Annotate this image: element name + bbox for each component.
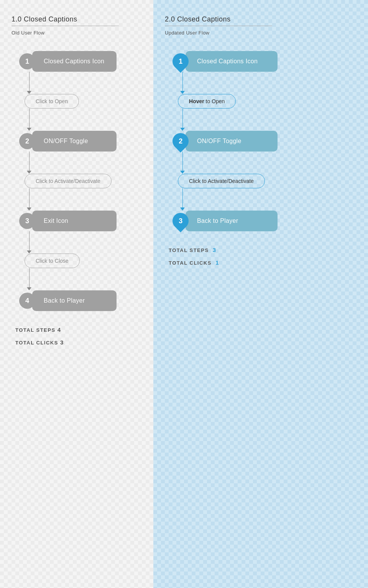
left-line-3a — [29, 231, 30, 250]
left-box-1-label: Closed Captions Icon — [44, 58, 104, 64]
left-line-1b — [29, 109, 30, 128]
right-arrow-2a — [180, 171, 185, 174]
left-arrow-3a — [27, 250, 31, 254]
right-box-2-label: ON/OFF Toggle — [197, 138, 242, 144]
right-action-pill-1: Hover to Open — [178, 94, 236, 109]
right-box-1: Closed Captions Icon — [186, 51, 278, 72]
right-connector-2a — [180, 152, 185, 174]
left-title: 1.0 Closed Captions — [12, 15, 142, 23]
left-box-3-label: Exit Icon — [44, 217, 68, 224]
left-action-2-wrapper: Click to Activate/Deactivate — [25, 174, 112, 188]
right-total-clicks: TOTAL CLICKS 1 — [169, 259, 356, 266]
right-action-2-wrapper: Click to Activate/Deactivate — [178, 174, 265, 188]
left-flow: 1 Closed Captions Icon Click to Open 2 O… — [19, 51, 142, 311]
left-action-pill-3: Click to Close — [25, 254, 80, 268]
left-action-3-wrapper: Click to Close — [25, 254, 80, 268]
right-arrow-1a — [180, 91, 185, 94]
right-step-1: 1 Closed Captions Icon — [172, 51, 278, 72]
right-divider — [165, 26, 272, 26]
right-line-2b — [182, 188, 183, 208]
right-stats: TOTAL STEPS 3 TOTAL CLICKS 1 — [169, 247, 356, 266]
left-total-clicks: TOTAL CLICKS 3 — [15, 339, 142, 346]
right-title: 2.0 Closed Captions — [165, 15, 356, 23]
right-arrow-1b — [180, 128, 185, 131]
right-box-1-label: Closed Captions Icon — [197, 58, 258, 64]
right-box-3: Back to Player — [186, 211, 278, 231]
right-step-3: 3 Back to Player — [172, 211, 278, 231]
left-line-3b — [29, 268, 30, 287]
left-step-4: 4 Back to Player — [19, 290, 117, 311]
right-line-1a — [182, 72, 183, 91]
left-line-2b — [29, 188, 30, 208]
hover-rest: to Open — [204, 98, 225, 104]
right-box-3-label: Back to Player — [197, 217, 238, 224]
left-connector-1a — [27, 72, 31, 94]
left-connector-1b — [27, 109, 31, 131]
left-action-pill-1: Click to Open — [25, 94, 79, 109]
right-action-1-wrapper: Hover to Open — [178, 94, 236, 109]
left-box-2: ON/OFF Toggle — [32, 131, 117, 152]
left-arrow-1b — [27, 128, 31, 131]
left-box-4: Back to Player — [32, 290, 117, 311]
left-subtitle: Old User Flow — [12, 30, 142, 36]
left-connector-2b — [27, 188, 31, 211]
left-badge-1: 1 — [19, 53, 35, 69]
left-action-1-wrapper: Click to Open — [25, 94, 79, 109]
left-arrow-2a — [27, 171, 31, 174]
left-box-4-label: Back to Player — [44, 297, 85, 304]
right-connector-1a — [180, 72, 185, 94]
right-column: 2.0 Closed Captions Updated User Flow 1 … — [153, 0, 368, 588]
left-column: 1.0 Closed Captions Old User Flow 1 Clos… — [0, 0, 153, 588]
left-step-1: 1 Closed Captions Icon — [19, 51, 117, 72]
left-connector-3a — [27, 231, 31, 254]
left-action-pill-2: Click to Activate/Deactivate — [25, 174, 112, 188]
left-connector-3b — [27, 268, 31, 290]
right-connector-1b — [180, 109, 185, 131]
left-badge-4: 4 — [19, 293, 35, 309]
left-box-2-label: ON/OFF Toggle — [44, 138, 88, 144]
right-arrow-2b — [180, 208, 185, 211]
right-total-steps: TOTAL STEPS 3 — [169, 247, 356, 253]
right-subtitle: Updated User Flow — [165, 30, 356, 36]
left-box-1: Closed Captions Icon — [32, 51, 117, 72]
left-step-2: 2 ON/OFF Toggle — [19, 131, 117, 152]
right-flow: 1 Closed Captions Icon Hover to Open 2 — [172, 51, 356, 231]
right-step-2: 2 ON/OFF Toggle — [172, 131, 278, 152]
right-line-1b — [182, 109, 183, 128]
left-line-2a — [29, 152, 30, 171]
hover-bold: Hover — [189, 98, 204, 104]
left-arrow-2b — [27, 208, 31, 211]
left-divider — [12, 26, 119, 26]
left-badge-2: 2 — [19, 133, 35, 149]
right-box-2: ON/OFF Toggle — [186, 131, 278, 152]
left-badge-3: 3 — [19, 213, 35, 229]
right-connector-2b — [180, 188, 185, 211]
left-arrow-3b — [27, 287, 31, 290]
right-action-pill-2: Click to Activate/Deactivate — [178, 174, 265, 188]
left-total-steps: TOTAL STEPS 4 — [15, 326, 142, 333]
left-connector-2a — [27, 152, 31, 174]
left-stats: TOTAL STEPS 4 TOTAL CLICKS 3 — [15, 326, 142, 346]
left-step-3: 3 Exit Icon — [19, 211, 117, 231]
left-box-3: Exit Icon — [32, 211, 117, 231]
right-line-2a — [182, 152, 183, 171]
left-arrow-1a — [27, 91, 31, 94]
left-line-1a — [29, 72, 30, 91]
